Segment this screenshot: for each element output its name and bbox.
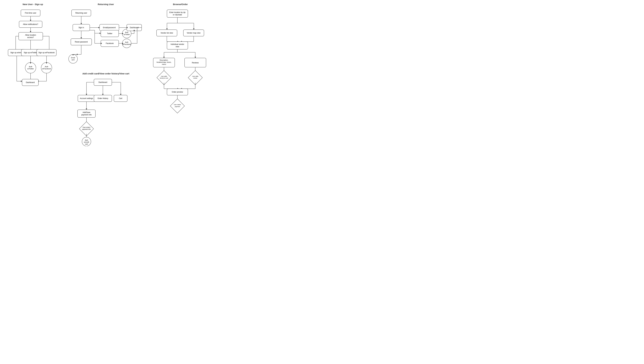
svg-rect-8 xyxy=(19,32,43,40)
svg-text:Individual vendor: Individual vendor xyxy=(171,43,184,45)
section2-title: Returning User xyxy=(98,3,114,6)
section3-title: Browse/Order xyxy=(173,3,188,6)
svg-text:Cart: Cart xyxy=(119,97,122,100)
svg-marker-106 xyxy=(86,94,87,95)
svg-marker-111 xyxy=(120,94,122,95)
svg-text:User adds: User adds xyxy=(192,76,198,77)
svg-text:view: view xyxy=(176,46,179,48)
svg-text:w/Twitter: w/Twitter xyxy=(27,68,34,70)
svg-text:Sign in: Sign in xyxy=(78,26,84,28)
svg-text:Order preview: Order preview xyxy=(172,91,183,93)
svg-text:Facebook: Facebook xyxy=(106,42,114,44)
svg-text:User enters: User enters xyxy=(82,126,90,128)
svg-text:w/credit: w/credit xyxy=(84,141,89,143)
svg-text:Dashboard: Dashboard xyxy=(26,82,35,84)
svg-marker-159 xyxy=(163,57,165,58)
svg-text:or city/state: or city/state xyxy=(173,14,182,16)
svg-text:User adds: User adds xyxy=(161,76,167,77)
svg-text:Allow location: Allow location xyxy=(25,34,36,36)
svg-text:Twitter: Twitter xyxy=(107,32,112,34)
svg-marker-55 xyxy=(80,38,82,38)
svg-text:Sign up w/email: Sign up w/email xyxy=(10,52,23,54)
svg-text:review: review xyxy=(193,77,197,79)
svg-marker-59 xyxy=(98,27,100,28)
svg-text:Allow notifications?: Allow notifications? xyxy=(23,23,38,25)
svg-text:w/Facebook: w/Facebook xyxy=(42,68,51,70)
section2b-diagram: Dashboard Account settings Order History xyxy=(74,78,137,143)
svg-text:Enter location by zip: Enter location by zip xyxy=(169,11,186,14)
svg-text:payment info: payment info xyxy=(82,128,91,130)
svg-marker-119 xyxy=(86,108,87,110)
svg-text:menu: menu xyxy=(162,63,166,65)
svg-text:Email/password: Email/password xyxy=(103,26,116,28)
svg-text:location/map, hours,: location/map, hours, xyxy=(156,61,171,63)
svg-text:Email: Email xyxy=(71,57,75,58)
svg-text:Dashboard: Dashboard xyxy=(98,81,107,83)
svg-text:w/Twitter: w/Twitter xyxy=(124,34,130,35)
svg-text:Auth: Auth xyxy=(85,139,88,141)
svg-marker-51 xyxy=(80,23,82,24)
returning-user-section: Returning User Returning user Sign in Re… xyxy=(67,3,144,143)
svg-marker-140 xyxy=(166,28,168,30)
svg-text:User makes: User makes xyxy=(174,104,181,106)
svg-text:Description,: Description, xyxy=(160,59,168,61)
svg-text:Auth: Auth xyxy=(125,32,128,33)
browse-order-section: Browse/Order Enter location by zip or ci… xyxy=(150,3,210,143)
svg-text:payment info: payment info xyxy=(82,114,92,116)
svg-text:payment: payment xyxy=(175,106,180,107)
svg-rect-120 xyxy=(78,110,96,118)
svg-marker-7 xyxy=(30,31,31,32)
svg-text:Reviews: Reviews xyxy=(192,62,198,64)
svg-text:sent: sent xyxy=(72,59,74,61)
svg-text:First-time user: First-time user xyxy=(25,12,36,14)
svg-text:Vendor map view: Vendor map view xyxy=(187,32,200,34)
svg-text:access?: access? xyxy=(27,36,34,38)
svg-marker-108 xyxy=(102,94,104,95)
svg-text:card: card xyxy=(85,143,88,145)
svg-text:Auth: Auth xyxy=(29,66,32,68)
svg-text:w/Facebook: w/Facebook xyxy=(122,44,131,45)
section3-diagram: Enter location by zip or city/state Vend… xyxy=(152,8,209,116)
svg-text:Auth: Auth xyxy=(45,66,48,68)
svg-rect-134 xyxy=(167,10,188,18)
svg-text:Vendor list view: Vendor list view xyxy=(160,32,173,34)
svg-text:item(s) to cart: item(s) to cart xyxy=(160,77,168,79)
section1-diagram: First-time user Allow notifications? All… xyxy=(8,8,58,116)
svg-text:Reset password: Reset password xyxy=(75,41,88,43)
svg-text:Sign up w/Facebook: Sign up w/Facebook xyxy=(38,52,55,54)
svg-marker-3 xyxy=(30,20,31,21)
svg-marker-29 xyxy=(21,80,22,82)
svg-text:Returning user: Returning user xyxy=(76,12,87,14)
svg-marker-142 xyxy=(193,28,194,30)
svg-text:Add/Save: Add/Save xyxy=(82,111,90,114)
section2b-title: Add credit card/View order history/View … xyxy=(82,72,130,75)
svg-text:Sign up w/Twitter: Sign up w/Twitter xyxy=(24,52,37,54)
section2-diagram: Returning user Sign in Reset password Em… xyxy=(68,8,143,68)
new-user-signup-section: New User - Sign up First-time user Allow… xyxy=(4,3,61,143)
svg-text:Order History: Order History xyxy=(98,97,108,100)
section1-title: New User - Sign up xyxy=(23,3,43,6)
svg-text:Auth: Auth xyxy=(125,41,128,43)
svg-text:Account settings: Account settings xyxy=(80,97,93,100)
svg-rect-153 xyxy=(167,42,188,49)
svg-marker-65 xyxy=(100,32,101,34)
svg-marker-161 xyxy=(194,57,196,58)
